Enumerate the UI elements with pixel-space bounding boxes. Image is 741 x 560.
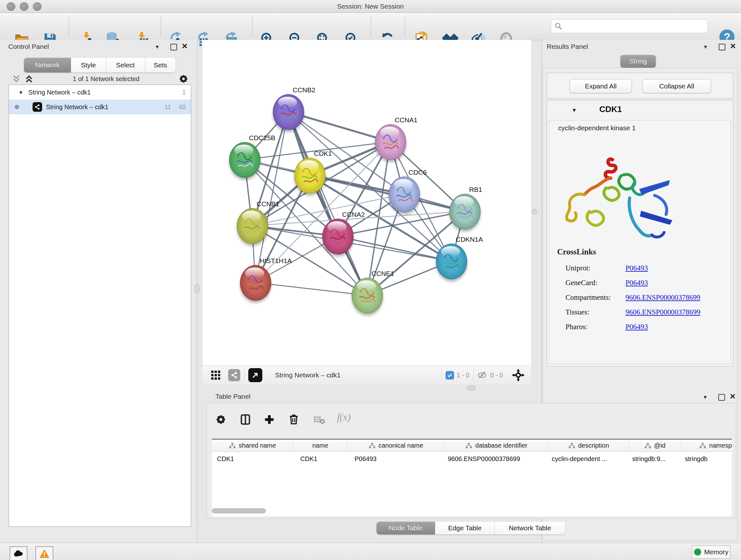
title-bar: Session: New Session — [0, 0, 741, 13]
network-node-rb1[interactable] — [449, 194, 481, 230]
network-view: CCNB2CCNA1CDC25BCDK1CDC6RB1CCNB1CCNA2CDK… — [203, 40, 531, 384]
network-nodes-layer: CCNB2CCNA1CDC25BCDK1CDC6RB1CCNB1CCNA2CDK… — [203, 40, 531, 366]
network-node-cdk1[interactable] — [294, 158, 326, 193]
selected-checkbox-icon[interactable] — [446, 371, 454, 380]
add-column-icon[interactable] — [264, 414, 275, 425]
collapse-all-icon[interactable] — [11, 74, 21, 84]
expand-collapse-box: Expand All Collapse All — [547, 73, 733, 99]
control-panel-title: Control Panel — [8, 43, 49, 51]
panel-menu-icon[interactable]: ▾ — [156, 43, 159, 51]
tab-sets[interactable]: Sets — [145, 58, 176, 72]
right-splitter-handle[interactable] — [532, 209, 537, 214]
column-header-namespace[interactable]: namespace — [681, 440, 732, 451]
panel-menu-icon[interactable]: ▾ — [704, 393, 707, 401]
bar-separator — [244, 369, 245, 381]
column-header-canonical-name[interactable]: canonical name — [347, 440, 445, 451]
control-panel: Control Panel ▾ × Network Style Select S… — [0, 40, 197, 543]
open-in-window-icon[interactable] — [248, 368, 262, 382]
crosslink-link[interactable]: P06493 — [625, 279, 648, 287]
network-row-selected[interactable]: String Network – cdk1 11 48 — [9, 100, 191, 114]
panel-close-icon[interactable]: × — [730, 393, 736, 399]
node-label-rb1: RB1 — [469, 186, 482, 193]
bottom-splitter-handle[interactable] — [467, 385, 476, 390]
column-header-description[interactable]: description — [549, 440, 629, 451]
fit-crosshair-icon[interactable] — [511, 368, 525, 382]
cloud-button[interactable] — [10, 546, 27, 560]
panel-close-icon[interactable]: × — [730, 43, 736, 49]
crosslink-link[interactable]: 9606.ENSP00000378699 — [625, 294, 700, 302]
show-columns-icon[interactable] — [239, 414, 252, 426]
left-splitter-handle[interactable] — [195, 284, 199, 293]
column-header-name[interactable]: name — [293, 440, 347, 451]
network-node-ccnb2[interactable] — [273, 94, 304, 130]
column-type-icon — [644, 442, 651, 449]
node-count: 11 — [164, 104, 171, 111]
gear-icon[interactable] — [179, 74, 189, 84]
node-label-ccnb2: CCNB2 — [293, 86, 315, 94]
horizontal-scrollbar-thumb[interactable] — [212, 508, 266, 513]
table-panel-title: Table Panel — [215, 393, 251, 400]
panel-float-icon[interactable] — [719, 44, 725, 51]
table-row[interactable]: CDK1 CDK1 P06493 9606.ENSP00000378699 cy… — [212, 452, 732, 466]
column-header-id[interactable]: @id — [629, 440, 681, 451]
tab-string[interactable]: String — [620, 55, 656, 68]
crosslink-link[interactable]: P06493 — [625, 264, 648, 272]
memory-button[interactable]: Memory — [692, 545, 731, 559]
search-field[interactable] — [551, 19, 708, 33]
table-gear-icon[interactable] — [215, 414, 226, 425]
network-canvas[interactable]: CCNB2CCNA1CDC25BCDK1CDC6RB1CCNB1CCNA2CDK… — [203, 40, 531, 366]
search-icon — [554, 22, 562, 30]
protein-squiggle-icon — [245, 270, 267, 296]
cell-id: stringdb:9... — [629, 455, 681, 462]
delete-column-icon[interactable] — [288, 414, 300, 425]
tab-style[interactable]: Style — [71, 58, 106, 72]
panel-close-icon[interactable]: × — [182, 43, 188, 49]
expand-all-icon[interactable] — [24, 74, 34, 84]
network-node-ccna1[interactable] — [375, 124, 406, 160]
function-builder-icon[interactable]: f(x) — [337, 412, 351, 423]
warnings-button[interactable] — [36, 546, 53, 560]
protein-squiggle-icon — [454, 199, 476, 225]
tab-edge-table[interactable]: Edge Table — [435, 522, 495, 535]
expand-all-button[interactable]: Expand All — [569, 79, 632, 93]
tab-network[interactable]: Network — [24, 58, 71, 72]
node-label-cdc25b: CDC25B — [249, 134, 275, 142]
collection-expander-icon[interactable]: ▼ — [18, 90, 23, 95]
tab-select[interactable]: Select — [106, 58, 145, 72]
crosslink-link[interactable]: 9606.ENSP00000378699 — [625, 308, 700, 316]
birdseye-grid-icon[interactable] — [210, 370, 221, 381]
column-header-database-identifier[interactable]: database identifier — [445, 440, 549, 451]
search-input[interactable] — [562, 22, 701, 30]
network-node-cdc25b[interactable] — [229, 142, 260, 178]
crosslink-row: Uniprot: P06493 — [565, 261, 725, 275]
protein-squiggle-icon — [441, 249, 463, 274]
table-header-row: shared name name canonical name database… — [212, 440, 732, 452]
column-header-shared-name[interactable]: shared name — [212, 440, 293, 451]
tab-network-table[interactable]: Network Table — [495, 522, 565, 535]
tab-node-table[interactable]: Node Table — [377, 522, 435, 535]
selected-counts: 1 - 0 — [457, 372, 469, 379]
results-panel-tabs: String — [620, 55, 656, 68]
window-title: Session: New Session — [0, 3, 741, 10]
bar-separator — [441, 369, 442, 381]
protein-expander-icon[interactable]: ▼ — [571, 107, 577, 114]
network-node-ccnb1[interactable] — [237, 208, 268, 244]
network-node-ccne1[interactable] — [352, 278, 383, 314]
collapse-all-button[interactable]: Collapse All — [643, 79, 711, 93]
network-node-ccna2[interactable] — [322, 219, 354, 254]
network-node-cdc6[interactable] — [389, 177, 420, 212]
panel-float-icon[interactable] — [171, 44, 177, 51]
panel-float-icon[interactable] — [718, 394, 725, 401]
crosslink-link[interactable]: P06493 — [625, 323, 648, 331]
protein-section: ▼ CDK1 cyclin-dependent kinase 1 — [547, 100, 733, 367]
network-node-cdkn1a[interactable] — [436, 244, 467, 279]
panel-menu-icon[interactable]: ▾ — [704, 43, 707, 51]
hidden-eye-icon[interactable] — [477, 370, 488, 380]
delete-table-icon[interactable] — [313, 415, 325, 424]
network-list: ▼ String Network – cdk1 1 String Network… — [9, 84, 191, 527]
crosslink-label: Uniprot: — [565, 264, 625, 272]
network-node-hist1h1a[interactable] — [240, 265, 271, 301]
status-bar: Memory — [0, 543, 741, 560]
string-view-icon[interactable] — [228, 369, 240, 381]
network-collection-row[interactable]: ▼ String Network – cdk1 1 — [9, 85, 191, 100]
